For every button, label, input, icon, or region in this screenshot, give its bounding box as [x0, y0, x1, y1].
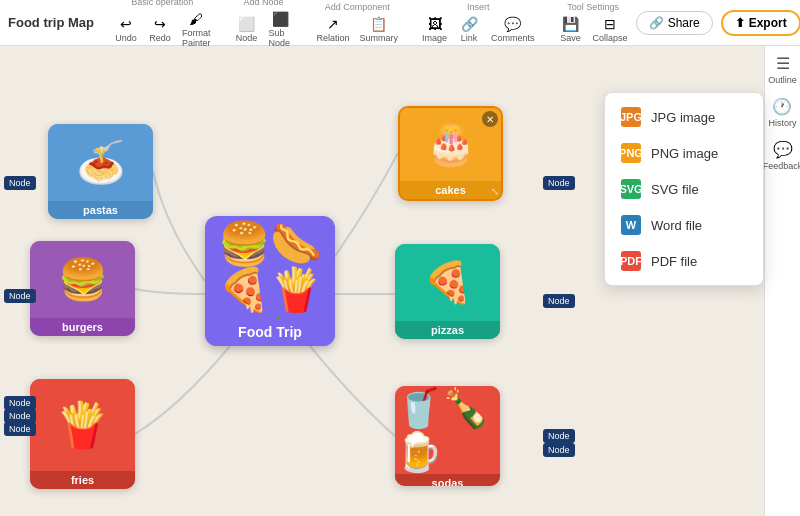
- export-word-option[interactable]: W Word file: [605, 207, 763, 243]
- group-insert: Insert 🖼Image 🔗Link 💬Comments: [418, 0, 539, 45]
- node-pizzas[interactable]: 🍕 pizzas: [395, 244, 500, 339]
- summary-button[interactable]: 📋Summary: [356, 14, 403, 45]
- sidebar-history-button[interactable]: 🕐 History: [768, 97, 796, 128]
- export-dropdown: JPG JPG image PNG PNG image SVG SVG file…: [604, 92, 764, 286]
- format-painter-button[interactable]: 🖌Format Painter: [178, 9, 215, 50]
- pizzas-label: pizzas: [395, 321, 500, 339]
- relation-button[interactable]: ↗Relation: [313, 14, 354, 45]
- png-icon: PNG: [621, 143, 641, 163]
- outline-icon: ☰: [776, 54, 790, 73]
- svg-icon: SVG: [621, 179, 641, 199]
- jpg-icon: JPG: [621, 107, 641, 127]
- history-icon: 🕐: [772, 97, 792, 116]
- node-badge-fries-1[interactable]: Node: [4, 396, 36, 410]
- node-badge-fries-3[interactable]: Node: [4, 422, 36, 436]
- cakes-close-button[interactable]: ✕: [482, 111, 498, 127]
- outline-label: Outline: [768, 75, 797, 85]
- node-cakes[interactable]: ✕ 🎂 cakes ⤡: [398, 106, 503, 201]
- center-node[interactable]: 🍔🌭🍕🍟🥗 Food Trip: [205, 216, 335, 346]
- toolbar: Food trip Map Basic operation ↩Undo ↪Red…: [0, 0, 800, 46]
- export-svg-option[interactable]: SVG SVG file: [605, 171, 763, 207]
- image-button[interactable]: 🖼Image: [418, 14, 451, 45]
- link-button[interactable]: 🔗Link: [453, 14, 485, 45]
- pastas-label: pastas: [48, 201, 153, 219]
- collapse-button[interactable]: ⊟Collapse: [589, 14, 632, 45]
- center-label: Food Trip: [205, 320, 335, 346]
- pdf-label: PDF file: [651, 254, 697, 269]
- pastas-image: 🍝: [48, 124, 153, 201]
- node-badge-pizzas[interactable]: Node: [543, 294, 575, 308]
- cakes-resize-handle[interactable]: ⤡: [491, 186, 499, 197]
- node-badge-burgers[interactable]: Node: [4, 289, 36, 303]
- sodas-label: sodas: [395, 474, 500, 486]
- toolbar-right: 🔗 Share ⬆ Export: [636, 10, 800, 36]
- pdf-icon: PDF: [621, 251, 641, 271]
- sidebar-outline-button[interactable]: ☰ Outline: [768, 54, 797, 85]
- sodas-image: 🥤🍾🍺: [395, 386, 500, 474]
- word-icon: W: [621, 215, 641, 235]
- node-badge-pastas[interactable]: Node: [4, 176, 36, 190]
- word-label: Word file: [651, 218, 702, 233]
- feedback-label: Feedback: [763, 161, 800, 171]
- burgers-label: burgers: [30, 318, 135, 336]
- group-tool-settings: Tool Settings 💾Save ⊟Collapse: [555, 0, 632, 45]
- sidebar-feedback-button[interactable]: 💬 Feedback: [763, 140, 800, 171]
- cakes-label: cakes: [400, 181, 501, 199]
- node-sodas[interactable]: 🥤🍾🍺 sodas: [395, 386, 500, 486]
- node-fries[interactable]: 🍟 fries: [30, 379, 135, 489]
- group-add-component-label: Add Component: [325, 2, 390, 12]
- group-add-component: Add Component ↗Relation 📋Summary: [313, 0, 403, 45]
- png-label: PNG image: [651, 146, 718, 161]
- group-tool-settings-label: Tool Settings: [567, 2, 619, 12]
- svg-label: SVG file: [651, 182, 699, 197]
- redo-button[interactable]: ↪Redo: [144, 14, 176, 45]
- save-button[interactable]: 💾Save: [555, 14, 587, 45]
- group-insert-label: Insert: [467, 2, 490, 12]
- export-icon: ⬆: [735, 16, 745, 30]
- node-badge-fries-2[interactable]: Node: [4, 409, 36, 423]
- export-png-option[interactable]: PNG PNG image: [605, 135, 763, 171]
- group-add-node: Add Node ⬜Node ⬛Sub Node: [231, 0, 297, 50]
- node-badge-cakes[interactable]: Node: [543, 176, 575, 190]
- right-sidebar: ☰ Outline 🕐 History 💬 Feedback: [764, 46, 800, 516]
- feedback-icon: 💬: [773, 140, 793, 159]
- share-button[interactable]: 🔗 Share: [636, 11, 713, 35]
- export-label: Export: [749, 16, 787, 30]
- app-title: Food trip Map: [8, 15, 98, 30]
- sub-node-button[interactable]: ⬛Sub Node: [265, 9, 297, 50]
- node-button[interactable]: ⬜Node: [231, 14, 263, 45]
- comments-button[interactable]: 💬Comments: [487, 14, 539, 45]
- node-pastas[interactable]: 🍝 pastas: [48, 124, 153, 219]
- pizzas-image: 🍕: [395, 244, 500, 321]
- undo-button[interactable]: ↩Undo: [110, 14, 142, 45]
- history-label: History: [768, 118, 796, 128]
- jpg-label: JPG image: [651, 110, 715, 125]
- fries-image: 🍟: [30, 379, 135, 471]
- burgers-image: 🍔: [30, 241, 135, 318]
- export-button[interactable]: ⬆ Export: [721, 10, 800, 36]
- export-jpg-option[interactable]: JPG JPG image: [605, 99, 763, 135]
- group-add-node-label: Add Node: [244, 0, 284, 7]
- fries-label: fries: [30, 471, 135, 489]
- node-burgers[interactable]: 🍔 burgers: [30, 241, 135, 336]
- export-pdf-option[interactable]: PDF PDF file: [605, 243, 763, 279]
- group-basic-label: Basic operation: [131, 0, 193, 7]
- node-badge-sodas-2[interactable]: Node: [543, 443, 575, 457]
- node-badge-sodas-1[interactable]: Node: [543, 429, 575, 443]
- canvas[interactable]: Node Node Node Node Node Node Node Node …: [0, 46, 800, 516]
- share-icon: 🔗: [649, 16, 664, 30]
- group-basic: Basic operation ↩Undo ↪Redo 🖌Format Pain…: [110, 0, 215, 50]
- share-label: Share: [668, 16, 700, 30]
